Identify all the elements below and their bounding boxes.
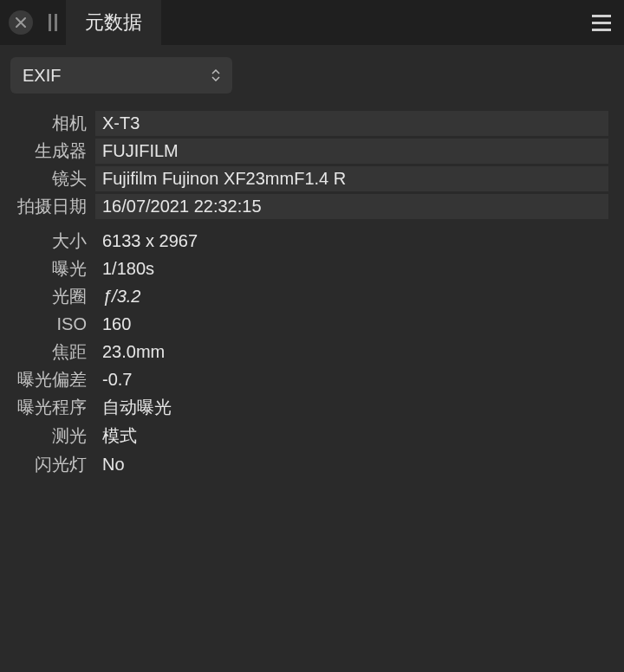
row-metering: 测光 模式 [9,422,608,450]
label-evcomp: 曝光偏差 [9,368,95,391]
row-maker: 生成器 FUJIFILM [9,137,608,165]
tab-label: 元数据 [85,10,142,36]
titlebar: 元数据 [0,0,624,45]
value-maker[interactable]: FUJIFILM [95,139,608,164]
row-focal: 焦距 23.0mm [9,338,608,365]
row-iso: ISO 160 [9,310,608,338]
label-focal: 焦距 [9,340,95,364]
metadata-panel: 相机 X-T3 生成器 FUJIFILM 镜头 Fujifilm Fujinon… [0,97,624,478]
value-size: 6133 x 2967 [95,229,608,254]
close-button[interactable] [9,10,33,35]
label-size: 大小 [9,229,95,253]
titlebar-left [0,0,61,45]
drag-handle-icon[interactable] [45,14,61,31]
dropdown-selected-label: EXIF [23,66,211,86]
value-iso: 160 [95,312,608,337]
value-focal: 23.0mm [95,339,608,365]
panel-menu-button[interactable] [579,0,624,45]
close-icon [15,16,27,29]
toolbar: EXIF [0,45,624,97]
label-lens: 镜头 [9,167,95,191]
row-datetime: 拍摄日期 16/07/2021 22:32:15 [9,192,608,220]
label-exposure: 曝光 [9,257,95,281]
label-program: 曝光程序 [9,396,95,419]
value-program: 自动曝光 [95,393,608,422]
label-maker: 生成器 [9,139,95,163]
label-camera: 相机 [9,112,95,135]
value-metering: 模式 [95,422,608,450]
row-exposure: 曝光 1/180s [9,255,608,282]
value-camera[interactable]: X-T3 [95,111,608,136]
label-flash: 闪光灯 [9,453,95,476]
row-size: 大小 6133 x 2967 [9,227,608,255]
value-exposure: 1/180s [95,256,608,281]
hamburger-icon [592,15,611,17]
row-aperture: 光圈 ƒ/3.2 [9,282,608,310]
row-flash: 闪光灯 No [9,450,608,478]
value-evcomp: -0.7 [95,367,608,392]
metadata-section-dropdown[interactable]: EXIF [10,57,232,94]
value-lens[interactable]: Fujifilm Fujinon XF23mmF1.4 R [95,166,608,191]
label-metering: 测光 [9,424,95,448]
row-camera: 相机 X-T3 [9,109,608,137]
row-program: 曝光程序 自动曝光 [9,393,608,422]
row-evcomp: 曝光偏差 -0.7 [9,365,608,393]
label-iso: ISO [9,314,95,334]
label-datetime: 拍摄日期 [9,195,95,218]
value-datetime[interactable]: 16/07/2021 22:32:15 [95,194,608,219]
row-lens: 镜头 Fujifilm Fujinon XF23mmF1.4 R [9,165,608,192]
tab-metadata[interactable]: 元数据 [66,0,161,45]
label-aperture: 光圈 [9,285,95,308]
chevron-updown-icon [211,69,220,81]
value-flash: No [95,452,608,477]
value-aperture: ƒ/3.2 [95,284,608,309]
